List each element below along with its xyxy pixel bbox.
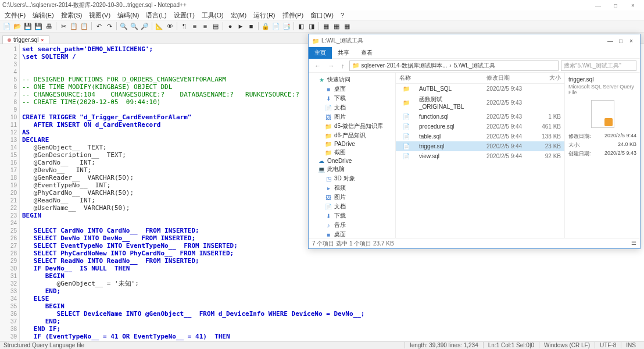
- code-line[interactable]: ELSE: [22, 295, 644, 302]
- toolbar-button-icon[interactable]: ▦: [321, 22, 331, 31]
- document-tab[interactable]: trigger.sql ×: [2, 35, 49, 44]
- file-list-row[interactable]: 📄table.sql2020/2/5 9:44138 KB: [396, 131, 564, 141]
- toolbar-button-icon[interactable]: 🖶: [44, 22, 53, 31]
- menu-item[interactable]: ?: [337, 12, 348, 19]
- code-line[interactable]: IF DevNo__ IS NULL THEN: [22, 265, 644, 272]
- file-list-row[interactable]: 📄view.sql2020/2/5 9:4492 KB: [396, 151, 564, 161]
- sidebar-tree-item[interactable]: 🖼图片: [309, 193, 395, 202]
- sidebar-tree-item[interactable]: ★快速访问: [309, 75, 395, 84]
- toolbar-button-icon[interactable]: 📐: [155, 22, 164, 31]
- sidebar-tree-item[interactable]: ◳3D 对象: [309, 174, 395, 183]
- explorer-minimize-button[interactable]: —: [605, 38, 616, 44]
- nav-forward-icon[interactable]: →: [325, 62, 337, 69]
- menu-item[interactable]: 设置(T): [170, 11, 198, 20]
- sidebar-tree-item[interactable]: ♪音乐: [309, 220, 395, 230]
- toolbar-button-icon[interactable]: 🔍: [130, 22, 139, 31]
- code-line[interactable]: END;: [22, 287, 644, 295]
- maximize-button[interactable]: □: [610, 2, 621, 9]
- toolbar-button-icon[interactable]: ►: [236, 22, 245, 31]
- toolbar-button-icon[interactable]: 👁: [165, 22, 174, 31]
- minimize-button[interactable]: —: [593, 2, 603, 9]
- file-list-row[interactable]: 📁AuTBL_SQL2020/2/5 9:43: [396, 84, 564, 94]
- menu-item[interactable]: 文件(F): [1, 11, 29, 20]
- toolbar-button-icon[interactable]: ≡: [190, 22, 199, 31]
- toolbar-button-icon[interactable]: ◧: [296, 22, 306, 31]
- ribbon-tab[interactable]: 主页: [309, 47, 332, 59]
- code-line[interactable]: SELECT PhyCardNoNew INTO PhyCardNo__ FRO…: [22, 250, 644, 257]
- menu-item[interactable]: 窗口(W): [307, 11, 337, 20]
- code-line[interactable]: IF (EventTypeNo__ = 41 OR EventTypeNo__ …: [22, 333, 644, 340]
- menu-item[interactable]: 搜索(S): [58, 11, 86, 20]
- toolbar-button-icon[interactable]: ≡: [201, 22, 210, 31]
- sidebar-tree-item[interactable]: 📁d6-产品知识: [309, 131, 395, 140]
- menu-item[interactable]: 视图(V): [85, 11, 114, 20]
- toolbar-button-icon[interactable]: 📑: [282, 22, 291, 31]
- toolbar-button-icon[interactable]: 📋: [80, 22, 89, 31]
- toolbar-button-icon[interactable]: ↶: [94, 22, 103, 31]
- toolbar-button-icon[interactable]: 🔒: [261, 22, 270, 31]
- explorer-close-button[interactable]: ×: [626, 38, 636, 44]
- sidebar-tree-item[interactable]: 🖼图片: [309, 112, 395, 122]
- code-line[interactable]: @GenObject__ = '未知';: [22, 280, 644, 287]
- toolbar-button-icon[interactable]: ¶: [180, 22, 189, 31]
- file-list-row[interactable]: 📄trigger.sql2020/2/5 9:4423 KB: [396, 141, 564, 151]
- sidebar-tree-item[interactable]: 📁截图: [309, 148, 395, 157]
- ribbon-tab[interactable]: 共享: [332, 47, 355, 59]
- code-line[interactable]: SELECT DeviceName INTO @GenObject__ FROM…: [22, 310, 644, 318]
- breadcrumb-segment[interactable]: sqlserver-2014-数据库测试脚本...: [362, 62, 448, 70]
- toolbar-button-icon[interactable]: ↷: [105, 22, 114, 31]
- code-line[interactable]: BEGIN: [22, 302, 644, 310]
- toolbar-button-icon[interactable]: ◨: [307, 22, 316, 31]
- menu-item[interactable]: 宏(M): [227, 11, 251, 20]
- code-line[interactable]: BEGIN: [22, 272, 644, 280]
- menu-item[interactable]: 运行(R): [250, 11, 278, 20]
- file-list-row[interactable]: 📄function.sql2020/2/5 9:431 KB: [396, 112, 564, 122]
- file-list-row[interactable]: 📁函数测试_ORIGINAL_TBL2020/2/5 9:43: [396, 94, 564, 112]
- sidebar-tree-item[interactable]: ▸视频: [309, 183, 395, 193]
- toolbar-button-icon[interactable]: ■: [246, 22, 256, 31]
- menu-item[interactable]: 编码(N): [114, 11, 142, 20]
- sidebar-tree-item[interactable]: ☁OneDrive: [309, 157, 395, 165]
- toolbar-button-icon[interactable]: ✂: [59, 22, 68, 31]
- column-size[interactable]: 大小: [535, 73, 564, 83]
- explorer-search-input[interactable]: 搜索"5.\WL_测试工具": [561, 60, 636, 71]
- column-date[interactable]: 修改日期: [483, 73, 535, 83]
- breadcrumb-segment[interactable]: 5.\WL_测试工具: [454, 62, 496, 70]
- sidebar-tree-item[interactable]: 📁d5-微信产品知识库: [309, 122, 395, 131]
- file-list-row[interactable]: 📄procedure.sql2020/2/5 9:44461 KB: [396, 122, 564, 131]
- toolbar-button-icon[interactable]: ▦: [332, 22, 341, 31]
- toolbar-button-icon[interactable]: 💾: [34, 22, 43, 31]
- toolbar-button-icon[interactable]: 🔍: [119, 22, 128, 31]
- menu-item[interactable]: 编辑(E): [29, 11, 58, 20]
- toolbar-button-icon[interactable]: 💾: [23, 22, 33, 31]
- toolbar-button-icon[interactable]: 🔎: [140, 22, 149, 31]
- sidebar-tree-item[interactable]: ■桌面: [309, 84, 395, 94]
- nav-up-icon[interactable]: ↑: [339, 62, 347, 69]
- column-name[interactable]: 名称: [396, 73, 483, 83]
- toolbar-button-icon[interactable]: 📄: [2, 22, 12, 31]
- sidebar-tree-item[interactable]: ⬇下载: [309, 94, 395, 103]
- code-line[interactable]: END IF;: [22, 325, 644, 333]
- menu-item[interactable]: 语言(L): [142, 11, 170, 20]
- menu-item[interactable]: 工具(O): [198, 11, 227, 20]
- menu-item[interactable]: 插件(P): [279, 11, 307, 20]
- toolbar-button-icon[interactable]: 📋: [69, 22, 78, 31]
- code-line[interactable]: END;: [22, 318, 644, 325]
- nav-back-icon[interactable]: ←: [312, 62, 323, 69]
- close-button[interactable]: ×: [628, 2, 638, 9]
- sidebar-tree-item[interactable]: 💻此电脑: [309, 165, 395, 174]
- sidebar-tree-item[interactable]: 📄文档: [309, 202, 395, 211]
- sidebar-tree-item[interactable]: ■桌面: [309, 230, 395, 238]
- breadcrumb-bar[interactable]: 📁sqlserver-2014-数据库测试脚本...›5.\WL_测试工具: [349, 60, 559, 71]
- toolbar-button-icon[interactable]: 📂: [13, 22, 22, 31]
- toolbar-button-icon[interactable]: ●: [226, 22, 235, 31]
- ribbon-tab[interactable]: 查看: [355, 47, 378, 59]
- code-line[interactable]: SELECT ReadNo INTO ReadNo__ FROM INSERTE…: [22, 257, 644, 265]
- toolbar-button-icon[interactable]: 📄: [271, 22, 281, 31]
- explorer-maximize-button[interactable]: □: [616, 38, 626, 44]
- sidebar-tree-item[interactable]: ⬇下载: [309, 211, 395, 220]
- toolbar-button-icon[interactable]: ▦: [342, 22, 352, 31]
- sidebar-tree-item[interactable]: 📄文档: [309, 103, 395, 112]
- toolbar-button-icon[interactable]: ▤: [211, 22, 220, 31]
- tab-close-icon[interactable]: ×: [41, 37, 44, 43]
